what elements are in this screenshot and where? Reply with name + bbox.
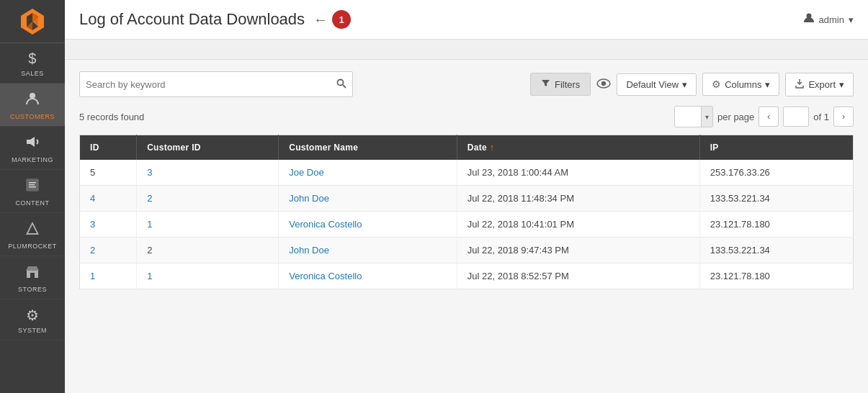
user-icon: [803, 12, 815, 27]
eye-icon: [596, 77, 611, 92]
search-icon: [336, 78, 346, 91]
view-label: Default View: [626, 79, 679, 90]
cell-customer-id: 2: [137, 238, 279, 263]
svg-rect-8: [29, 184, 35, 186]
arrow-left-icon: ←: [313, 12, 328, 28]
export-icon: [795, 78, 805, 91]
column-customer-id: Customer ID: [137, 135, 279, 161]
pagination: 20 ▾ per page ‹ 1 of 1 ›: [674, 106, 854, 127]
cell-customer-id: 2: [137, 186, 279, 212]
sidebar: $ SALES CUSTOMERS MARKETING: [0, 0, 65, 393]
per-page-select[interactable]: 20 ▾: [674, 106, 713, 127]
sidebar-item-system[interactable]: ⚙ SYSTEM: [0, 299, 65, 340]
sidebar-item-plumrocket[interactable]: PLUMROCKET: [0, 213, 65, 256]
svg-point-15: [338, 79, 344, 85]
sidebar-logo: [0, 0, 65, 43]
filter-label: Filters: [555, 79, 580, 90]
export-dropdown-icon: ▾: [839, 79, 844, 90]
per-page-input[interactable]: 20: [675, 107, 701, 127]
id-link[interactable]: 3: [90, 219, 95, 230]
table-header-row: ID Customer ID Customer Name Date ↑ IP: [80, 135, 854, 161]
sidebar-item-stores[interactable]: STORES: [0, 256, 65, 299]
marketing-icon: [24, 134, 40, 153]
plumrocket-icon: [24, 220, 40, 240]
customer-name-link[interactable]: Veronica Costello: [289, 219, 362, 230]
sidebar-item-system-label: SYSTEM: [18, 327, 47, 334]
svg-line-16: [343, 85, 346, 88]
customer-id-link[interactable]: 1: [147, 219, 152, 230]
table-row: 11Veronica CostelloJul 22, 2018 8:52:57 …: [80, 263, 854, 289]
cell-customer-name: Veronica Costello: [279, 263, 457, 289]
records-found: 5 records found: [79, 112, 144, 122]
user-name: admin: [819, 14, 844, 25]
table-row: 31Veronica CostelloJul 22, 2018 10:41:01…: [80, 212, 854, 238]
customer-name-link[interactable]: Veronica Costello: [289, 271, 362, 281]
sidebar-item-customers-label: CUSTOMERS: [10, 113, 55, 120]
table-row: 53Joe DoeJul 23, 2018 1:00:44 AM253.176.…: [80, 160, 854, 186]
cell-customer-id: 1: [137, 212, 279, 238]
page-next-button[interactable]: ›: [833, 107, 854, 127]
stores-icon: [24, 263, 40, 283]
column-date[interactable]: Date ↑: [457, 135, 699, 161]
content-area: Filters Default View ▾ ⚙ Columns ▾: [65, 60, 868, 393]
cell-id: 3: [80, 212, 137, 238]
sidebar-item-marketing[interactable]: MARKETING: [0, 127, 65, 170]
cell-customer-name: John Doe: [279, 238, 457, 263]
column-id: ID: [80, 135, 137, 161]
sidebar-item-content[interactable]: CONTENT: [0, 170, 65, 213]
cell-customer-id: 1: [137, 263, 279, 289]
svg-rect-7: [29, 182, 36, 184]
sidebar-item-content-label: CONTENT: [16, 199, 50, 207]
sidebar-item-sales[interactable]: $ SALES: [0, 43, 65, 83]
id-link[interactable]: 4: [90, 193, 95, 204]
cell-id: 2: [80, 238, 137, 263]
customer-name-link[interactable]: John Doe: [289, 193, 329, 204]
user-dropdown-icon: ▾: [849, 14, 854, 25]
customer-name-link[interactable]: Joe Doe: [289, 167, 323, 178]
customer-id-link[interactable]: 3: [147, 167, 152, 178]
search-box[interactable]: [79, 71, 353, 97]
page-header: Log of Account Data Downloads ← 1 admin …: [65, 0, 868, 40]
sidebar-item-customers[interactable]: CUSTOMERS: [0, 83, 65, 127]
cell-date: Jul 22, 2018 10:41:01 PM: [457, 212, 699, 238]
id-link[interactable]: 2: [90, 245, 95, 256]
title-badge-area: ← 1: [313, 10, 351, 29]
main-content: Log of Account Data Downloads ← 1 admin …: [65, 0, 868, 393]
view-button[interactable]: Default View ▾: [617, 73, 697, 96]
customers-icon: [24, 91, 40, 110]
cell-customer-name: Veronica Costello: [279, 212, 457, 238]
cell-customer-name: Joe Doe: [279, 160, 457, 186]
page-title: Log of Account Data Downloads ← 1: [79, 10, 351, 29]
columns-dropdown-icon: ▾: [765, 79, 770, 90]
cell-ip: 133.53.221.34: [699, 238, 853, 263]
cell-ip: 253.176.33.26: [699, 160, 853, 186]
toolbar: Filters Default View ▾ ⚙ Columns ▾: [79, 71, 854, 97]
data-table: ID Customer ID Customer Name Date ↑ IP 5…: [79, 135, 854, 289]
columns-button[interactable]: ⚙ Columns ▾: [702, 73, 779, 96]
cell-date: Jul 22, 2018 11:48:34 PM: [457, 186, 699, 212]
cell-customer-id: 3: [137, 160, 279, 186]
table-row: 42John DoeJul 22, 2018 11:48:34 PM133.53…: [80, 186, 854, 212]
filter-icon: [541, 78, 550, 90]
cell-date: Jul 22, 2018 9:47:43 PM: [457, 238, 699, 263]
user-menu[interactable]: admin ▾: [803, 12, 854, 27]
customer-name-link[interactable]: John Doe: [289, 245, 329, 256]
page-total-label: of 1: [813, 112, 829, 122]
cell-date: Jul 23, 2018 1:00:44 AM: [457, 160, 699, 186]
per-page-dropdown-arrow[interactable]: ▾: [701, 107, 712, 127]
sidebar-item-sales-label: SALES: [21, 70, 44, 77]
search-input[interactable]: [86, 79, 336, 90]
gear-icon: ⚙: [712, 78, 721, 90]
export-label: Export: [808, 79, 836, 90]
cell-id: 1: [80, 263, 137, 289]
customer-id-link[interactable]: 2: [147, 193, 152, 204]
page-prev-button[interactable]: ‹: [759, 107, 779, 127]
toolbar-right: Filters Default View ▾ ⚙ Columns ▾: [530, 73, 854, 96]
id-link[interactable]: 1: [90, 271, 95, 281]
columns-label: Columns: [725, 79, 761, 90]
customer-id-link[interactable]: 1: [147, 271, 152, 281]
page-number-input[interactable]: 1: [783, 107, 809, 127]
filter-button[interactable]: Filters: [530, 73, 591, 96]
export-button[interactable]: Export ▾: [785, 73, 854, 96]
svg-rect-9: [29, 186, 36, 188]
